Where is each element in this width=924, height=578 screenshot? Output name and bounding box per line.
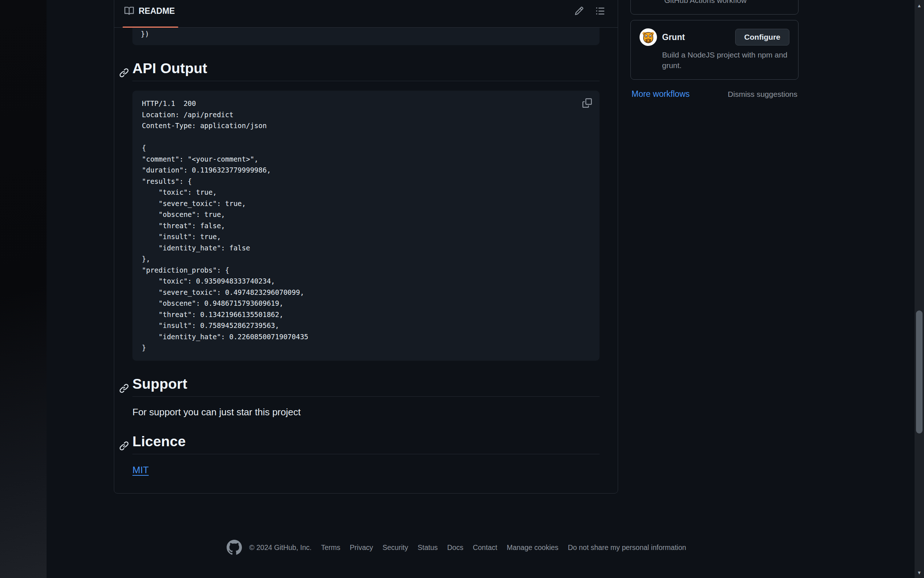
api-output-heading: API Output: [133, 60, 599, 81]
footer-link-manage-cookies[interactable]: Manage cookies: [507, 544, 558, 552]
api-output-code: HTTP/1.1 200 Location: /api/predict Cont…: [133, 91, 599, 361]
footer-link-terms[interactable]: Terms: [321, 544, 340, 552]
grunt-card-description: Build a NodeJS project with npm and grun…: [662, 49, 790, 71]
dismiss-suggestions-button[interactable]: Dismiss suggestions: [728, 90, 798, 99]
licence-heading: Licence: [133, 434, 599, 454]
site-footer: © 2024 GitHub, Inc. Terms Privacy Securi…: [114, 538, 799, 557]
support-heading-text: Support: [133, 376, 187, 392]
list-unordered-icon: [596, 6, 605, 16]
footer-link-do-not-share[interactable]: Do not share my personal information: [568, 544, 686, 552]
footer-link-privacy[interactable]: Privacy: [350, 544, 373, 552]
more-workflows-link[interactable]: More workflows: [631, 89, 690, 99]
active-tab-underline: [123, 27, 178, 28]
github-actions-workflow-label: GitHub Actions workflow: [664, 0, 746, 5]
scroll-down-icon[interactable]: ▼: [914, 568, 924, 577]
workflow-footer-row: More workflows Dismiss suggestions: [630, 89, 798, 99]
left-background-strip: [0, 0, 47, 578]
grunt-logo: [639, 28, 657, 46]
configure-grunt-button[interactable]: Configure: [735, 29, 790, 45]
readme-header-actions: [571, 3, 608, 19]
support-heading: Support: [133, 376, 599, 397]
workflow-suggestions-sidebar: GitHub Actions workflow: [630, 0, 798, 99]
footer-link-security[interactable]: Security: [383, 544, 408, 552]
page: README }): [0, 0, 924, 578]
readme-tab-label: README: [139, 6, 175, 16]
grunt-card-header: Grunt Configure: [639, 28, 790, 46]
github-actions-workflow-card: GitHub Actions workflow: [630, 0, 798, 15]
readme-card: README }): [114, 0, 618, 494]
scrollbar-thumb[interactable]: [916, 310, 922, 434]
scrollbar-track[interactable]: ▲ ▼: [914, 0, 924, 578]
book-icon: [125, 6, 134, 16]
support-paragraph: For support you can just star this proje…: [133, 406, 599, 418]
link-icon[interactable]: [119, 438, 129, 448]
scroll-up-icon[interactable]: ▲: [914, 1, 924, 10]
readme-body: }) API Output HTTP/1.1 200 Location: /ap…: [114, 28, 618, 493]
footer-link-docs[interactable]: Docs: [447, 544, 463, 552]
grunt-card-title: Grunt: [662, 32, 685, 42]
footer-link-contact[interactable]: Contact: [473, 544, 497, 552]
api-output-code-block: HTTP/1.1 200 Location: /api/predict Cont…: [133, 91, 599, 361]
footer-copyright: © 2024 GitHub, Inc.: [249, 544, 312, 552]
mit-licence-link[interactable]: MIT: [133, 464, 149, 476]
copy-code-button[interactable]: [579, 95, 595, 110]
github-mark-icon[interactable]: [227, 540, 242, 555]
grunt-workflow-card: Grunt Configure Build a NodeJS project w…: [630, 20, 798, 80]
link-icon[interactable]: [119, 65, 129, 75]
edit-readme-button[interactable]: [571, 3, 587, 19]
copy-icon: [583, 98, 592, 108]
readme-outline-button[interactable]: [592, 3, 608, 19]
licence-heading-text: Licence: [133, 434, 186, 449]
link-icon[interactable]: [119, 381, 129, 391]
readme-header: README: [114, 0, 618, 28]
previous-code-block-tail: }): [133, 28, 599, 45]
footer-link-status[interactable]: Status: [417, 544, 438, 552]
api-output-heading-text: API Output: [133, 60, 207, 76]
pencil-icon: [574, 6, 584, 16]
tab-readme[interactable]: README: [121, 0, 180, 27]
